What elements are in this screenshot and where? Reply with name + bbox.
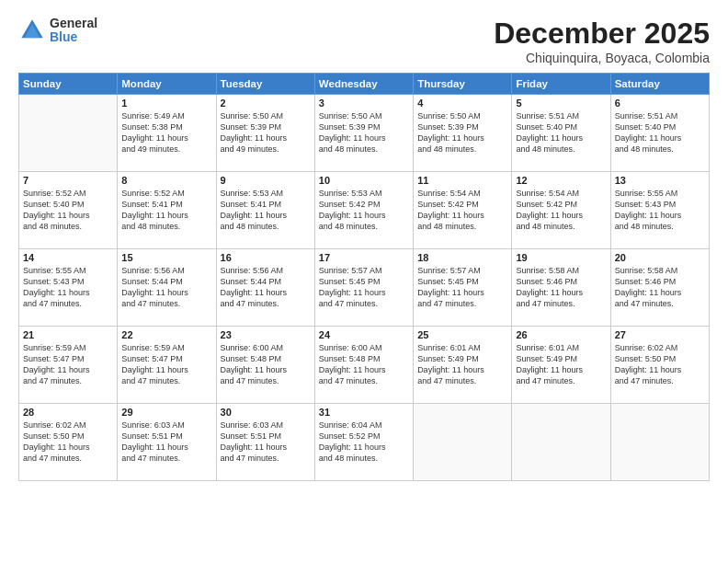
day-info: Sunrise: 5:58 AM Sunset: 5:46 PM Dayligh… bbox=[516, 265, 606, 310]
calendar-week-3: 14Sunrise: 5:55 AM Sunset: 5:43 PM Dayli… bbox=[19, 249, 710, 327]
calendar-cell: 23Sunrise: 6:00 AM Sunset: 5:48 PM Dayli… bbox=[216, 327, 314, 404]
header-tuesday: Tuesday bbox=[216, 74, 314, 95]
day-number: 16 bbox=[221, 252, 311, 263]
calendar-table: Sunday Monday Tuesday Wednesday Thursday… bbox=[18, 73, 710, 481]
logo-text: General Blue bbox=[50, 17, 97, 45]
day-number: 25 bbox=[417, 329, 507, 340]
day-number: 26 bbox=[516, 329, 606, 340]
calendar-cell: 11Sunrise: 5:54 AM Sunset: 5:42 PM Dayli… bbox=[414, 172, 512, 249]
day-info: Sunrise: 5:53 AM Sunset: 5:41 PM Dayligh… bbox=[221, 188, 311, 233]
calendar-cell: 31Sunrise: 6:04 AM Sunset: 5:52 PM Dayli… bbox=[314, 404, 413, 481]
day-number: 29 bbox=[121, 407, 211, 418]
calendar-week-1: 1Sunrise: 5:49 AM Sunset: 5:38 PM Daylig… bbox=[19, 95, 710, 172]
title-block: December 2025 Chiquinquira, Boyaca, Colo… bbox=[494, 17, 710, 65]
calendar-cell: 8Sunrise: 5:52 AM Sunset: 5:41 PM Daylig… bbox=[118, 172, 216, 249]
calendar-cell: 17Sunrise: 5:57 AM Sunset: 5:45 PM Dayli… bbox=[314, 249, 413, 327]
logo-general-label: General bbox=[50, 17, 97, 30]
page: General Blue December 2025 Chiquinquira,… bbox=[0, 0, 728, 563]
calendar-cell: 2Sunrise: 5:50 AM Sunset: 5:39 PM Daylig… bbox=[216, 95, 314, 172]
day-number: 17 bbox=[319, 252, 409, 263]
day-number: 7 bbox=[23, 175, 113, 186]
day-info: Sunrise: 5:52 AM Sunset: 5:41 PM Dayligh… bbox=[121, 188, 211, 233]
header: General Blue December 2025 Chiquinquira,… bbox=[18, 17, 710, 65]
logo-icon bbox=[18, 17, 46, 44]
day-number: 21 bbox=[23, 329, 113, 340]
calendar-cell: 18Sunrise: 5:57 AM Sunset: 5:45 PM Dayli… bbox=[414, 249, 512, 327]
calendar-cell: 12Sunrise: 5:54 AM Sunset: 5:42 PM Dayli… bbox=[512, 172, 610, 249]
calendar-week-2: 7Sunrise: 5:52 AM Sunset: 5:40 PM Daylig… bbox=[19, 172, 710, 249]
calendar-cell: 15Sunrise: 5:56 AM Sunset: 5:44 PM Dayli… bbox=[118, 249, 216, 327]
calendar-cell: 9Sunrise: 5:53 AM Sunset: 5:41 PM Daylig… bbox=[216, 172, 314, 249]
calendar-cell bbox=[610, 404, 709, 481]
day-number: 10 bbox=[319, 175, 409, 186]
day-info: Sunrise: 5:59 AM Sunset: 5:47 PM Dayligh… bbox=[23, 342, 113, 387]
day-number: 15 bbox=[121, 252, 211, 263]
header-sunday: Sunday bbox=[19, 74, 118, 95]
day-info: Sunrise: 5:59 AM Sunset: 5:47 PM Dayligh… bbox=[121, 342, 211, 387]
day-info: Sunrise: 6:03 AM Sunset: 5:51 PM Dayligh… bbox=[121, 419, 211, 465]
day-info: Sunrise: 5:49 AM Sunset: 5:38 PM Dayligh… bbox=[121, 110, 211, 155]
location-subtitle: Chiquinquira, Boyaca, Colombia bbox=[494, 51, 710, 65]
calendar-cell: 20Sunrise: 5:58 AM Sunset: 5:46 PM Dayli… bbox=[610, 249, 709, 327]
month-title: December 2025 bbox=[494, 17, 710, 51]
calendar-cell: 7Sunrise: 5:52 AM Sunset: 5:40 PM Daylig… bbox=[19, 172, 118, 249]
calendar-cell: 22Sunrise: 5:59 AM Sunset: 5:47 PM Dayli… bbox=[118, 327, 216, 404]
day-number: 2 bbox=[221, 98, 311, 109]
day-info: Sunrise: 5:54 AM Sunset: 5:42 PM Dayligh… bbox=[417, 188, 507, 233]
day-info: Sunrise: 5:58 AM Sunset: 5:46 PM Dayligh… bbox=[615, 265, 705, 310]
day-number: 8 bbox=[121, 175, 211, 186]
day-number: 6 bbox=[615, 98, 705, 109]
calendar-week-4: 21Sunrise: 5:59 AM Sunset: 5:47 PM Dayli… bbox=[19, 327, 710, 404]
day-info: Sunrise: 5:54 AM Sunset: 5:42 PM Dayligh… bbox=[516, 188, 606, 233]
calendar-cell: 26Sunrise: 6:01 AM Sunset: 5:49 PM Dayli… bbox=[512, 327, 610, 404]
day-info: Sunrise: 6:02 AM Sunset: 5:50 PM Dayligh… bbox=[615, 342, 705, 387]
day-number: 19 bbox=[516, 252, 606, 263]
day-info: Sunrise: 6:02 AM Sunset: 5:50 PM Dayligh… bbox=[23, 419, 113, 465]
day-number: 22 bbox=[121, 329, 211, 340]
day-number: 20 bbox=[615, 252, 705, 263]
day-number: 5 bbox=[516, 98, 606, 109]
calendar-cell: 21Sunrise: 5:59 AM Sunset: 5:47 PM Dayli… bbox=[19, 327, 118, 404]
day-number: 28 bbox=[23, 407, 113, 418]
day-info: Sunrise: 5:56 AM Sunset: 5:44 PM Dayligh… bbox=[221, 265, 311, 310]
day-info: Sunrise: 5:55 AM Sunset: 5:43 PM Dayligh… bbox=[23, 265, 113, 310]
calendar-header-row: Sunday Monday Tuesday Wednesday Thursday… bbox=[19, 74, 710, 95]
calendar-cell bbox=[512, 404, 610, 481]
calendar-week-5: 28Sunrise: 6:02 AM Sunset: 5:50 PM Dayli… bbox=[19, 404, 710, 481]
day-info: Sunrise: 5:53 AM Sunset: 5:42 PM Dayligh… bbox=[319, 188, 409, 233]
day-info: Sunrise: 6:01 AM Sunset: 5:49 PM Dayligh… bbox=[516, 342, 606, 387]
day-number: 18 bbox=[417, 252, 507, 263]
header-thursday: Thursday bbox=[414, 74, 512, 95]
day-info: Sunrise: 6:00 AM Sunset: 5:48 PM Dayligh… bbox=[221, 342, 311, 387]
day-number: 30 bbox=[221, 407, 311, 418]
day-info: Sunrise: 5:52 AM Sunset: 5:40 PM Dayligh… bbox=[23, 188, 113, 233]
calendar-cell: 10Sunrise: 5:53 AM Sunset: 5:42 PM Dayli… bbox=[314, 172, 413, 249]
day-info: Sunrise: 6:01 AM Sunset: 5:49 PM Dayligh… bbox=[417, 342, 507, 387]
calendar-cell: 5Sunrise: 5:51 AM Sunset: 5:40 PM Daylig… bbox=[512, 95, 610, 172]
calendar-cell: 29Sunrise: 6:03 AM Sunset: 5:51 PM Dayli… bbox=[118, 404, 216, 481]
calendar-cell: 3Sunrise: 5:50 AM Sunset: 5:39 PM Daylig… bbox=[314, 95, 413, 172]
calendar-cell: 6Sunrise: 5:51 AM Sunset: 5:40 PM Daylig… bbox=[610, 95, 709, 172]
header-monday: Monday bbox=[118, 74, 216, 95]
day-number: 4 bbox=[417, 98, 507, 109]
day-info: Sunrise: 5:50 AM Sunset: 5:39 PM Dayligh… bbox=[417, 110, 507, 155]
calendar-cell: 30Sunrise: 6:03 AM Sunset: 5:51 PM Dayli… bbox=[216, 404, 314, 481]
logo-blue-label: Blue bbox=[50, 30, 97, 44]
day-info: Sunrise: 6:00 AM Sunset: 5:48 PM Dayligh… bbox=[319, 342, 409, 387]
day-info: Sunrise: 5:51 AM Sunset: 5:40 PM Dayligh… bbox=[516, 110, 606, 155]
day-info: Sunrise: 5:50 AM Sunset: 5:39 PM Dayligh… bbox=[221, 110, 311, 155]
day-number: 13 bbox=[615, 175, 705, 186]
calendar-cell: 25Sunrise: 6:01 AM Sunset: 5:49 PM Dayli… bbox=[414, 327, 512, 404]
day-info: Sunrise: 5:51 AM Sunset: 5:40 PM Dayligh… bbox=[615, 110, 705, 155]
logo: General Blue bbox=[18, 17, 97, 45]
header-friday: Friday bbox=[512, 74, 610, 95]
day-number: 31 bbox=[319, 407, 409, 418]
calendar-cell: 14Sunrise: 5:55 AM Sunset: 5:43 PM Dayli… bbox=[19, 249, 118, 327]
day-number: 1 bbox=[121, 98, 211, 109]
calendar-cell: 13Sunrise: 5:55 AM Sunset: 5:43 PM Dayli… bbox=[610, 172, 709, 249]
calendar-cell: 27Sunrise: 6:02 AM Sunset: 5:50 PM Dayli… bbox=[610, 327, 709, 404]
calendar-cell: 16Sunrise: 5:56 AM Sunset: 5:44 PM Dayli… bbox=[216, 249, 314, 327]
day-number: 11 bbox=[417, 175, 507, 186]
day-info: Sunrise: 5:56 AM Sunset: 5:44 PM Dayligh… bbox=[121, 265, 211, 310]
calendar-cell: 28Sunrise: 6:02 AM Sunset: 5:50 PM Dayli… bbox=[19, 404, 118, 481]
